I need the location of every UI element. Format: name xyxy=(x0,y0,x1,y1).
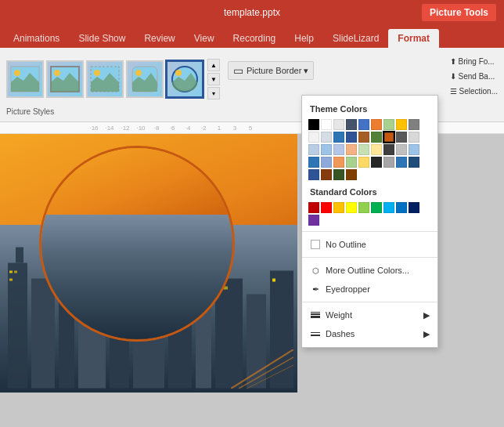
pic-style-3[interactable] xyxy=(86,60,124,98)
scroll-more[interactable]: ▾ xyxy=(207,87,220,100)
standard-color-cell[interactable] xyxy=(383,202,394,213)
divider-2 xyxy=(302,257,437,258)
theme-color-cell[interactable] xyxy=(321,144,332,155)
theme-color-cell[interactable] xyxy=(383,144,394,155)
bring-forward-icon: ⬆ xyxy=(450,57,456,66)
theme-color-cell[interactable] xyxy=(371,157,382,168)
eyedropper-icon: ✒ xyxy=(310,284,321,295)
tab-view[interactable]: View xyxy=(185,29,224,48)
theme-color-cell[interactable] xyxy=(358,157,369,168)
tab-review[interactable]: Review xyxy=(135,29,184,48)
theme-color-cell[interactable] xyxy=(333,119,344,130)
no-outline-item[interactable]: No Outline xyxy=(302,235,437,254)
tab-help[interactable]: Help xyxy=(285,29,323,48)
theme-color-cell[interactable] xyxy=(383,131,395,143)
theme-color-cell[interactable] xyxy=(358,132,369,143)
standard-colors-grid xyxy=(302,200,437,228)
more-outline-colors-label: More Outline Colors... xyxy=(326,266,409,275)
scroll-down[interactable]: ▼ xyxy=(207,73,220,85)
ribbon-tabs: Animations Slide Show Review View Record… xyxy=(0,24,504,48)
svg-point-9 xyxy=(175,70,182,76)
tab-recording[interactable]: Recording xyxy=(224,29,286,48)
svg-rect-11 xyxy=(16,248,23,263)
tab-animations[interactable]: Animations xyxy=(4,29,69,48)
theme-color-cell[interactable] xyxy=(333,144,344,155)
weight-label: Weight xyxy=(326,310,352,320)
theme-color-cell[interactable] xyxy=(308,119,319,130)
theme-color-cell[interactable] xyxy=(346,119,357,130)
picture-tools-label: Picture Tools xyxy=(422,4,496,21)
circular-image[interactable] xyxy=(39,146,235,342)
standard-color-cell[interactable] xyxy=(321,202,332,213)
theme-color-cell[interactable] xyxy=(321,169,332,180)
weight-item[interactable]: Weight ▶ xyxy=(302,306,437,324)
picture-border-label: Picture Border ▾ xyxy=(247,66,308,76)
theme-color-cell[interactable] xyxy=(346,132,357,143)
theme-color-cell[interactable] xyxy=(409,132,419,143)
standard-color-cell[interactable] xyxy=(396,202,407,213)
theme-color-cell[interactable] xyxy=(371,144,382,155)
pic-style-1[interactable] xyxy=(6,60,44,98)
svg-rect-24 xyxy=(14,271,17,273)
bring-forward-button[interactable]: ⬆ Bring Fo... xyxy=(448,56,500,67)
theme-color-cell[interactable] xyxy=(409,119,419,130)
tab-slidelizard[interactable]: SlideLizard xyxy=(323,29,388,48)
scroll-up[interactable]: ▲ xyxy=(207,59,220,71)
tab-slideshow[interactable]: Slide Show xyxy=(69,29,135,48)
picture-border-button[interactable]: ▭ Picture Border ▾ xyxy=(228,61,314,80)
theme-color-cell[interactable] xyxy=(333,157,344,168)
pic-style-4[interactable] xyxy=(126,60,164,98)
svg-line-36 xyxy=(239,357,293,389)
pic-style-2[interactable] xyxy=(46,60,84,98)
theme-color-cell[interactable] xyxy=(308,157,319,168)
theme-color-cell[interactable] xyxy=(409,157,419,168)
standard-color-cell[interactable] xyxy=(308,202,319,213)
svg-rect-25 xyxy=(9,279,13,281)
theme-color-cell[interactable] xyxy=(358,144,369,155)
theme-color-cell[interactable] xyxy=(383,119,394,130)
standard-color-cell[interactable] xyxy=(371,202,382,213)
theme-color-cell[interactable] xyxy=(321,119,332,130)
theme-color-cell[interactable] xyxy=(371,119,382,130)
send-backward-button[interactable]: ⬇ Send Ba... xyxy=(448,71,500,82)
standard-color-cell[interactable] xyxy=(358,202,369,213)
theme-color-cell[interactable] xyxy=(358,119,369,130)
theme-color-cell[interactable] xyxy=(346,144,357,155)
selection-button[interactable]: ☰ Selection... xyxy=(448,85,500,97)
standard-color-cell[interactable] xyxy=(409,202,419,213)
weight-arrow: ▶ xyxy=(423,310,430,320)
svg-point-7 xyxy=(135,70,142,76)
standard-color-cell[interactable] xyxy=(346,202,357,213)
tab-format[interactable]: Format xyxy=(388,29,439,48)
ruler-marks: ·16 ·14 ·12 ·10 ·8 ·6 ·4 ·2 1 3 5 xyxy=(86,125,258,132)
theme-color-cell[interactable] xyxy=(371,132,382,143)
theme-color-cell[interactable] xyxy=(321,157,332,168)
send-backward-icon: ⬇ xyxy=(450,72,456,81)
standard-color-cell[interactable] xyxy=(308,215,319,226)
theme-color-cell[interactable] xyxy=(333,132,344,143)
theme-color-cell[interactable] xyxy=(308,132,319,143)
theme-color-cell[interactable] xyxy=(308,169,319,180)
theme-color-cell[interactable] xyxy=(346,169,357,180)
svg-line-35 xyxy=(231,349,293,389)
standard-color-cell[interactable] xyxy=(333,202,344,213)
theme-color-cell[interactable] xyxy=(383,157,394,168)
theme-color-cell[interactable] xyxy=(308,144,319,155)
pic-style-5[interactable] xyxy=(166,60,203,98)
picture-border-dropdown: Theme Colors Standard Colors No Outline … xyxy=(301,95,438,348)
theme-color-cell[interactable] xyxy=(396,144,407,155)
theme-color-cell[interactable] xyxy=(396,132,407,143)
theme-color-cell[interactable] xyxy=(409,144,419,155)
theme-color-cell[interactable] xyxy=(396,119,407,130)
eyedropper-item[interactable]: ✒ Eyedropper xyxy=(302,280,437,299)
theme-color-cell[interactable] xyxy=(346,157,357,168)
theme-color-cell[interactable] xyxy=(333,169,344,180)
selection-icon: ☰ xyxy=(450,87,457,96)
ribbon-body: ▲ ▼ ▾ Picture Styles ▭ Picture Border ▾ … xyxy=(0,48,504,122)
dashes-item[interactable]: Dashes ▶ xyxy=(302,324,437,343)
more-outline-colors-item[interactable]: ⬡ More Outline Colors... xyxy=(302,261,437,280)
theme-color-cell[interactable] xyxy=(321,132,332,143)
theme-colors-title: Theme Colors xyxy=(302,100,437,117)
svg-rect-34 xyxy=(272,279,275,282)
theme-color-cell[interactable] xyxy=(396,157,407,168)
